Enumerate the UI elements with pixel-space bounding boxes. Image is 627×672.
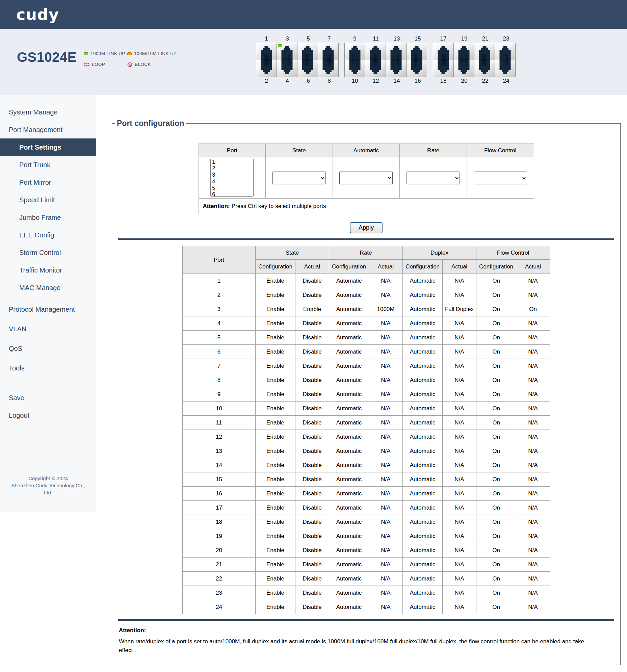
rate-actual-cell: N/A xyxy=(369,529,403,543)
port-24-label: 24 xyxy=(496,77,516,85)
port-20-label: 20 xyxy=(454,77,475,85)
state-actual-cell: Disable xyxy=(295,387,329,402)
port-number-cell: 3 xyxy=(182,302,255,316)
state-select[interactable] xyxy=(272,171,326,184)
port-select-listbox[interactable]: 123456789101112131415161718192021222324 xyxy=(210,159,254,196)
duplex-configuration-cell: Automatic xyxy=(403,501,443,515)
state-configuration-cell: Enable xyxy=(255,529,295,543)
port-option-3[interactable]: 3 xyxy=(211,172,253,178)
config-col-flow-control: Flow Control xyxy=(467,144,534,158)
sidebar-item-system-manage[interactable]: System Manage xyxy=(0,103,96,121)
legend-item-1000m-link-up: 1000M LINK UP xyxy=(84,51,127,56)
rate-configuration-header: Configuration xyxy=(329,260,369,274)
rate-configuration-cell: Automatic xyxy=(329,473,369,487)
state-actual-cell: Disable xyxy=(295,557,329,572)
table-row: 8EnableDisableAutomaticN/AAutomaticN/AOn… xyxy=(182,373,550,387)
port-option-1[interactable]: 1 xyxy=(211,159,253,166)
port-option-6[interactable]: 6 xyxy=(211,191,253,196)
port-number-cell: 8 xyxy=(182,373,255,387)
port-number-cell: 9 xyxy=(182,387,255,402)
legend-label: BLOCK xyxy=(135,62,151,67)
flow-control-actual-cell: N/A xyxy=(516,557,550,572)
duplex-configuration-cell: Automatic xyxy=(403,458,443,473)
sidebar-item-port-management[interactable]: Port Management xyxy=(0,121,96,139)
rate-configuration-cell: Automatic xyxy=(329,416,369,430)
sidebar-item-port-mirror[interactable]: Port Mirror xyxy=(0,173,96,191)
port-18-jack-icon xyxy=(433,60,454,77)
rate-actual-cell: N/A xyxy=(369,600,403,614)
duplex-actual-cell: N/A xyxy=(443,402,476,416)
rate-actual-cell: N/A xyxy=(369,543,403,557)
sidebar-item-mac-manage[interactable]: MAC Manage xyxy=(0,279,96,296)
port-1-jack-icon xyxy=(256,43,277,60)
sidebar-item-speed-limit[interactable]: Speed Limit xyxy=(0,191,96,209)
sidebar-item-tools[interactable]: Tools xyxy=(0,359,96,377)
rate-actual-cell: N/A xyxy=(369,586,403,600)
flow-control-actual-cell: N/A xyxy=(516,402,550,416)
state-actual-header: Actual xyxy=(295,260,329,274)
port-option-4[interactable]: 4 xyxy=(211,178,253,185)
flow-control-configuration-cell: On xyxy=(476,345,516,359)
state-configuration-cell: Enable xyxy=(255,302,295,316)
copyright: Copyright © 2024Shenzhen Cudy Technology… xyxy=(0,475,96,496)
sidebar-item-eee-config[interactable]: EEE Config xyxy=(0,226,96,244)
state-configuration-cell: Enable xyxy=(255,373,295,387)
rate-configuration-cell: Automatic xyxy=(329,430,369,444)
rate-configuration-cell: Automatic xyxy=(329,529,369,543)
sidebar-item-port-settings[interactable]: Port Settings xyxy=(0,139,96,156)
sidebar-item-save[interactable]: Save xyxy=(0,389,96,407)
flow-control-actual-cell: N/A xyxy=(516,600,550,614)
apply-button[interactable]: Apply xyxy=(350,222,383,233)
rate-actual-cell: N/A xyxy=(369,515,403,529)
automatic-select[interactable] xyxy=(339,171,393,184)
state-configuration-cell: Enable xyxy=(255,316,295,331)
state-configuration-cell: Enable xyxy=(255,288,295,302)
port-option-2[interactable]: 2 xyxy=(211,166,253,172)
sidebar-item-port-trunk[interactable]: Port Trunk xyxy=(0,156,96,173)
legend-item-block: BLOCK xyxy=(127,62,176,67)
state-actual-cell: Disable xyxy=(295,345,329,359)
port-number-cell: 14 xyxy=(182,458,255,473)
port-7-jack-icon xyxy=(318,43,339,60)
sidebar-item-qos[interactable]: QoS xyxy=(0,340,96,357)
sidebar-item-jumbo-frame[interactable]: Jumbo Frame xyxy=(0,209,96,226)
port-14-label: 14 xyxy=(386,77,407,85)
duplex-configuration-cell: Automatic xyxy=(403,302,443,316)
flow-control-actual-cell: N/A xyxy=(516,373,550,387)
port-3-link-led-icon xyxy=(278,44,282,47)
port-3-jack-icon xyxy=(276,43,297,60)
flow-control-actual-cell: On xyxy=(516,302,550,316)
flow-control-configuration-cell: On xyxy=(476,487,516,501)
port-10-jack-icon xyxy=(344,60,365,77)
flow-control-actual-cell: N/A xyxy=(516,586,550,600)
duplex-actual-cell: Full Duplex xyxy=(443,302,476,316)
port-19-label: 19 xyxy=(454,35,475,43)
table-row: 23EnableDisableAutomaticN/AAutomaticN/AO… xyxy=(182,586,550,600)
duplex-configuration-cell: Automatic xyxy=(403,430,443,444)
block-icon xyxy=(127,62,132,67)
rate-select[interactable] xyxy=(407,171,460,184)
separator xyxy=(118,238,614,240)
sidebar-item-traffic-monitor[interactable]: Traffic Monitor xyxy=(0,261,96,279)
sidebar-item-logout[interactable]: Logout xyxy=(0,407,96,424)
sidebar-item-storm-control[interactable]: Storm Control xyxy=(0,244,96,261)
rate-actual-cell: 1000M xyxy=(369,302,403,316)
flow-control-configuration-cell: On xyxy=(476,274,516,288)
sidebar-item-protocol-management[interactable]: Protocol Management xyxy=(0,301,96,318)
duplex-actual-cell: N/A xyxy=(443,331,476,345)
duplex-configuration-cell: Automatic xyxy=(403,373,443,387)
state-actual-cell: Disable xyxy=(295,316,329,331)
flow-control-actual-cell: N/A xyxy=(516,288,550,302)
rate-actual-cell: N/A xyxy=(369,416,403,430)
port-option-5[interactable]: 5 xyxy=(211,185,253,191)
state-actual-cell: Disable xyxy=(295,572,329,586)
port-number-cell: 24 xyxy=(182,600,255,614)
table-row: 21EnableDisableAutomaticN/AAutomaticN/AO… xyxy=(182,557,550,572)
state-configuration-cell: Enable xyxy=(255,331,295,345)
duplex-configuration-cell: Automatic xyxy=(403,274,443,288)
config-attention-label: Attention: xyxy=(203,203,230,209)
port-7-label: 7 xyxy=(319,35,340,43)
sidebar-item-vlan[interactable]: VLAN xyxy=(0,320,96,338)
flow-control-select[interactable] xyxy=(474,171,527,184)
rate-configuration-cell: Automatic xyxy=(329,572,369,586)
